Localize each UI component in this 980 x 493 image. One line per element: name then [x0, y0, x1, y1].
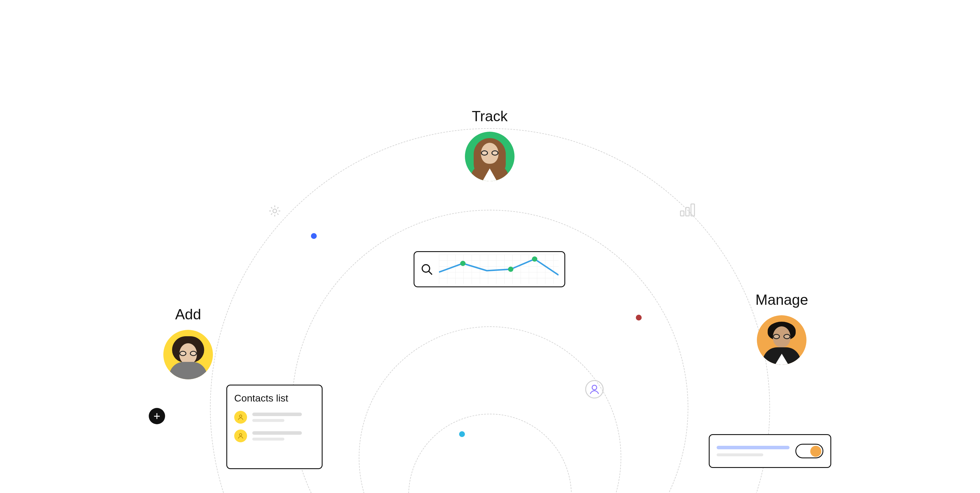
plus-icon: +: [149, 408, 165, 424]
label-add: Add: [175, 306, 201, 323]
contacts-list-card: Contacts list: [226, 385, 323, 469]
svg-point-4: [585, 380, 603, 398]
svg-line-7: [429, 271, 432, 274]
track-chart-card: [414, 251, 565, 287]
person-manage: Manage: [756, 292, 808, 365]
svg-rect-2: [686, 208, 689, 216]
placeholder-line: [252, 419, 285, 422]
person-add: Add: [163, 306, 213, 379]
label-manage: Manage: [756, 292, 808, 308]
placeholder-line: [252, 412, 302, 416]
svg-point-9: [508, 266, 513, 272]
avatar-add: [163, 330, 213, 379]
svg-point-6: [422, 265, 430, 272]
placeholder-line: [717, 446, 789, 449]
bar-chart-icon: [679, 203, 695, 218]
contacts-list-title: Contacts list: [234, 393, 315, 404]
svg-point-8: [460, 261, 466, 266]
label-track: Track: [472, 108, 508, 125]
person-icon: [234, 411, 247, 424]
track-sparkline: [439, 255, 558, 284]
gear-icon: [268, 204, 282, 219]
svg-rect-3: [691, 204, 694, 216]
person-track: Track: [465, 108, 514, 181]
diagram-stage: Track Add: [0, 0, 980, 493]
contact-row: [234, 411, 315, 424]
user-icon: [585, 380, 604, 400]
placeholder-line: [252, 438, 285, 441]
manage-toggle-card: [709, 434, 831, 468]
svg-point-11: [239, 415, 242, 417]
svg-point-0: [273, 209, 277, 213]
orbit-dot-blue: [311, 233, 317, 239]
avatar-track: [465, 132, 514, 181]
contact-row: [234, 430, 315, 442]
person-icon: [234, 430, 247, 442]
svg-rect-1: [681, 211, 684, 216]
svg-point-10: [532, 257, 537, 262]
svg-point-5: [592, 385, 597, 390]
orbit-dot-red: [636, 315, 642, 320]
search-icon: [420, 263, 433, 276]
avatar-manage: [757, 315, 807, 365]
orbit-dot-cyan: [459, 431, 465, 437]
toggle-icon: [795, 444, 823, 458]
placeholder-line: [252, 431, 302, 435]
placeholder-line: [717, 453, 763, 456]
svg-point-12: [239, 434, 242, 436]
